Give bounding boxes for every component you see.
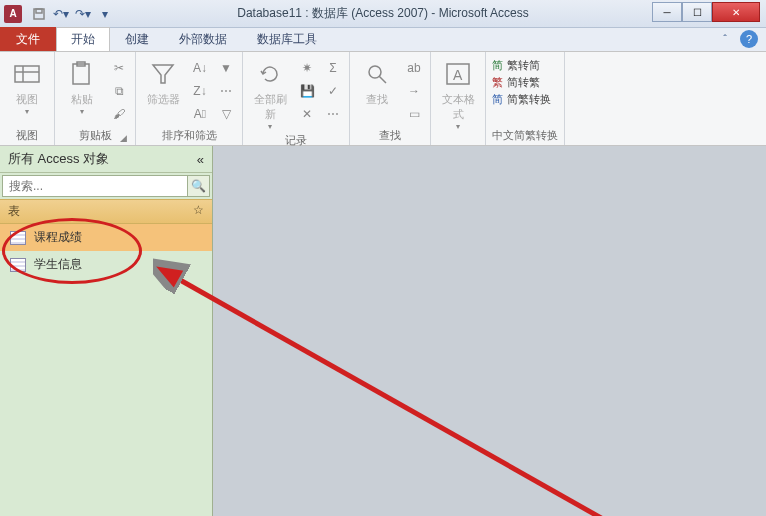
group-clipboard: 粘贴 ✂ ⧉ 🖌 剪贴板◢ bbox=[55, 52, 136, 145]
maximize-button[interactable]: ☐ bbox=[682, 2, 712, 22]
window-controls: ─ ☐ ✕ bbox=[652, 2, 760, 22]
ribbon: 视图 视图 粘贴 ✂ ⧉ 🖌 剪贴板◢ 筛选器 A↓ bbox=[0, 52, 766, 146]
svg-line-8 bbox=[379, 76, 386, 83]
nav-pane-header[interactable]: 所有 Access 对象 « bbox=[0, 146, 212, 173]
tab-database-tools[interactable]: 数据库工具 bbox=[242, 27, 332, 51]
nav-search: 🔍 bbox=[2, 175, 210, 197]
tab-external-data[interactable]: 外部数据 bbox=[164, 27, 242, 51]
group-sort-filter: 筛选器 A↓ Z↓ A⃠ ▼ ⋯ ▽ 排序和筛选 bbox=[136, 52, 243, 145]
sort-desc-icon[interactable]: Z↓ bbox=[190, 81, 210, 101]
group-text-format: A 文本格式 bbox=[431, 52, 486, 145]
cut-icon[interactable]: ✂ bbox=[109, 58, 129, 78]
navigation-pane: 所有 Access 对象 « 🔍 表 ☆ 课程成绩 学生信息 bbox=[0, 146, 213, 516]
copy-icon[interactable]: ⧉ bbox=[109, 81, 129, 101]
minimize-ribbon-icon[interactable]: ˆ bbox=[716, 30, 734, 48]
group-view: 视图 视图 bbox=[0, 52, 55, 145]
group-find: 查找 ab → ▭ 查找 bbox=[350, 52, 431, 145]
more-records-icon[interactable]: ⋯ bbox=[323, 104, 343, 124]
title-bar: A ↶▾ ↷▾ ▾ Database11 : 数据库 (Access 2007)… bbox=[0, 0, 766, 28]
delete-record-icon[interactable]: ✕ bbox=[297, 104, 317, 124]
tab-file[interactable]: 文件 bbox=[0, 27, 56, 51]
simp-to-trad-button[interactable]: 繁简转繁 bbox=[492, 75, 551, 90]
help-icon[interactable]: ? bbox=[740, 30, 758, 48]
replace-icon[interactable]: ab bbox=[404, 58, 424, 78]
nav-collapse-icon[interactable]: « bbox=[197, 152, 204, 167]
nav-table-item[interactable]: 学生信息 bbox=[0, 251, 212, 278]
paste-button[interactable]: 粘贴 bbox=[61, 54, 103, 116]
svg-line-11 bbox=[173, 276, 633, 516]
selection-filter-icon[interactable]: ▼ bbox=[216, 58, 236, 78]
new-record-icon[interactable]: ✷ bbox=[297, 58, 317, 78]
text-format-button[interactable]: A 文本格式 bbox=[437, 54, 479, 131]
find-button[interactable]: 查找 bbox=[356, 54, 398, 107]
nav-search-icon[interactable]: 🔍 bbox=[188, 175, 210, 197]
svg-rect-1 bbox=[36, 9, 42, 13]
qat-customize-icon[interactable]: ▾ bbox=[96, 5, 114, 23]
close-button[interactable]: ✕ bbox=[712, 2, 760, 22]
ribbon-tabs: 文件 开始 创建 外部数据 数据库工具 ˆ ? bbox=[0, 28, 766, 52]
format-painter-icon[interactable]: 🖌 bbox=[109, 104, 129, 124]
totals-icon[interactable]: Σ bbox=[323, 58, 343, 78]
advanced-filter-icon[interactable]: ⋯ bbox=[216, 81, 236, 101]
document-area bbox=[213, 146, 766, 516]
quick-access-toolbar: ↶▾ ↷▾ ▾ bbox=[30, 5, 114, 23]
filter-button[interactable]: 筛选器 bbox=[142, 54, 184, 107]
collapse-group-icon[interactable]: ☆ bbox=[193, 203, 204, 220]
sort-asc-icon[interactable]: A↓ bbox=[190, 58, 210, 78]
group-chinese-conversion: 简繁转简 繁简转繁 简简繁转换 中文简繁转换 bbox=[486, 52, 565, 145]
nav-group-tables[interactable]: 表 ☆ bbox=[0, 199, 212, 224]
trad-to-simp-button[interactable]: 简繁转简 bbox=[492, 58, 551, 73]
svg-text:A: A bbox=[453, 67, 463, 83]
annotation-arrow bbox=[153, 256, 673, 516]
main-area: 所有 Access 对象 « 🔍 表 ☆ 课程成绩 学生信息 bbox=[0, 146, 766, 516]
svg-rect-2 bbox=[15, 66, 39, 82]
nav-table-item[interactable]: 课程成绩 bbox=[0, 224, 212, 251]
svg-rect-5 bbox=[73, 64, 89, 84]
toggle-filter-icon[interactable]: ▽ bbox=[216, 104, 236, 124]
redo-icon[interactable]: ↷▾ bbox=[74, 5, 92, 23]
view-button[interactable]: 视图 bbox=[6, 54, 48, 116]
window-title: Database11 : 数据库 (Access 2007) - Microso… bbox=[237, 5, 528, 22]
clipboard-dialog-launcher[interactable]: ◢ bbox=[120, 133, 127, 143]
spelling-icon[interactable]: ✓ bbox=[323, 81, 343, 101]
goto-icon[interactable]: → bbox=[404, 81, 424, 101]
minimize-button[interactable]: ─ bbox=[652, 2, 682, 22]
select-icon[interactable]: ▭ bbox=[404, 104, 424, 124]
undo-icon[interactable]: ↶▾ bbox=[52, 5, 70, 23]
app-icon: A bbox=[4, 5, 22, 23]
tab-create[interactable]: 创建 bbox=[110, 27, 164, 51]
table-icon bbox=[10, 231, 26, 245]
nav-search-input[interactable] bbox=[2, 175, 188, 197]
save-record-icon[interactable]: 💾 bbox=[297, 81, 317, 101]
tab-home[interactable]: 开始 bbox=[56, 27, 110, 51]
chinese-convert-button[interactable]: 简简繁转换 bbox=[492, 92, 551, 107]
save-icon[interactable] bbox=[30, 5, 48, 23]
table-icon bbox=[10, 258, 26, 272]
remove-sort-icon[interactable]: A⃠ bbox=[190, 104, 210, 124]
refresh-all-button[interactable]: 全部刷新 bbox=[249, 54, 291, 131]
group-records: 全部刷新 ✷ 💾 ✕ Σ ✓ ⋯ 记录 bbox=[243, 52, 350, 145]
